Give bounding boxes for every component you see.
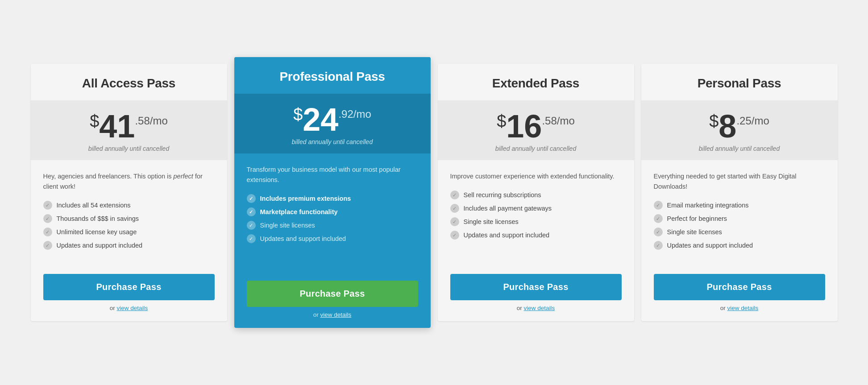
feature-item-extended-0: ✓Sell recurring subscriptions <box>450 190 622 199</box>
feature-item-professional-2: ✓Single site licenses <box>247 221 418 230</box>
check-icon-professional-0: ✓ <box>247 194 256 203</box>
feature-item-all-access-1: ✓Thousands of $$$ in savings <box>43 214 215 223</box>
price-dollar-all-access: $ <box>90 112 99 129</box>
check-icon-extended-1: ✓ <box>450 204 459 213</box>
price-billed-professional: billed annually until cancelled <box>248 138 417 145</box>
plan-description-all-access: Hey, agencies and freelancers. This opti… <box>43 171 215 192</box>
feature-text-all-access-3: Updates and support included <box>57 242 143 249</box>
plan-price-section-extended: $16.58/mobilled annually until cancelled <box>438 100 634 160</box>
plan-header-extended: Extended Pass <box>438 64 634 100</box>
check-icon-extended-2: ✓ <box>450 217 459 226</box>
view-details-personal: or view details <box>654 305 825 311</box>
price-billed-extended: billed annually until cancelled <box>451 145 621 152</box>
check-icon-personal-2: ✓ <box>654 228 663 236</box>
features-list-professional: ✓Includes premium extensions✓Marketplace… <box>247 194 418 261</box>
purchase-button-extended[interactable]: Purchase Pass <box>450 274 622 300</box>
check-icon-all-access-0: ✓ <box>43 201 52 210</box>
feature-text-personal-1: Perfect for beginners <box>667 215 727 222</box>
plan-name-extended: Extended Pass <box>451 76 621 91</box>
check-icon-all-access-1: ✓ <box>43 214 52 223</box>
feature-item-professional-1: ✓Marketplace functionality <box>247 207 418 216</box>
plan-body-personal: Everything needed to get started with Ea… <box>641 160 838 274</box>
plan-name-professional: Professional Pass <box>248 70 417 84</box>
features-list-personal: ✓Email marketing integrations✓Perfect fo… <box>654 201 825 254</box>
plan-description-professional: Transform your business model with our m… <box>247 165 418 185</box>
plan-header-personal: Personal Pass <box>641 64 838 100</box>
feature-item-extended-3: ✓Updates and support included <box>450 231 622 240</box>
price-billed-personal: billed annually until cancelled <box>655 145 824 152</box>
plan-name-all-access: All Access Pass <box>44 76 214 91</box>
price-amount-all-access: 41 <box>99 110 135 142</box>
features-list-all-access: ✓Includes all 54 extensions✓Thousands of… <box>43 201 215 254</box>
feature-text-all-access-2: Unlimited license key usage <box>57 228 137 236</box>
feature-text-professional-2: Single site licenses <box>260 222 315 229</box>
check-icon-professional-1: ✓ <box>247 207 256 216</box>
plan-price-section-all-access: $41.58/mobilled annually until cancelled <box>31 100 227 160</box>
feature-text-professional-0: Includes premium extensions <box>260 195 351 202</box>
price-billed-all-access: billed annually until cancelled <box>44 145 214 152</box>
feature-text-all-access-1: Thousands of $$$ in savings <box>57 215 139 222</box>
plan-description-extended: Improve customer experience with extende… <box>450 171 622 182</box>
feature-item-extended-2: ✓Single site licenses <box>450 217 622 226</box>
plan-price-section-professional: $24.92/mobilled annually until cancelled <box>234 94 431 153</box>
plan-header-professional: Professional Pass <box>234 57 431 94</box>
plan-card-personal: Personal Pass$8.25/mobilled annually unt… <box>641 64 838 321</box>
price-amount-extended: 16 <box>506 110 542 142</box>
feature-item-all-access-0: ✓Includes all 54 extensions <box>43 201 215 210</box>
plan-name-personal: Personal Pass <box>655 76 824 91</box>
plan-body-extended: Improve customer experience with extende… <box>438 160 634 274</box>
purchase-button-personal[interactable]: Purchase Pass <box>654 274 825 300</box>
price-decimal-extended: .58/mo <box>542 116 574 126</box>
view-details-link-professional[interactable]: view details <box>320 311 351 318</box>
plan-card-professional: Professional Pass$24.92/mobilled annuall… <box>234 57 431 328</box>
price-decimal-personal: .25/mo <box>736 116 769 126</box>
view-details-all-access: or view details <box>43 305 215 311</box>
feature-item-professional-3: ✓Updates and support included <box>247 234 418 243</box>
feature-text-all-access-0: Includes all 54 extensions <box>57 202 131 209</box>
feature-text-personal-0: Email marketing integrations <box>667 202 749 209</box>
plan-footer-professional: Purchase Passor view details <box>234 281 431 328</box>
purchase-button-professional[interactable]: Purchase Pass <box>247 281 418 307</box>
feature-item-personal-3: ✓Updates and support included <box>654 241 825 250</box>
check-icon-extended-0: ✓ <box>450 190 459 199</box>
feature-text-extended-2: Single site licenses <box>464 218 519 225</box>
view-details-link-personal[interactable]: view details <box>727 305 758 311</box>
check-icon-personal-0: ✓ <box>654 201 663 210</box>
plan-price-section-personal: $8.25/mobilled annually until cancelled <box>641 100 838 160</box>
view-details-link-all-access[interactable]: view details <box>116 305 148 311</box>
plan-body-all-access: Hey, agencies and freelancers. This opti… <box>31 160 227 274</box>
features-list-extended: ✓Sell recurring subscriptions✓Includes a… <box>450 190 622 254</box>
check-icon-personal-3: ✓ <box>654 241 663 250</box>
feature-item-personal-1: ✓Perfect for beginners <box>654 214 825 223</box>
feature-item-personal-0: ✓Email marketing integrations <box>654 201 825 210</box>
feature-item-professional-0: ✓Includes premium extensions <box>247 194 418 203</box>
feature-item-personal-2: ✓Single site licenses <box>654 228 825 236</box>
feature-text-personal-3: Updates and support included <box>667 242 753 249</box>
plan-footer-all-access: Purchase Passor view details <box>31 274 227 321</box>
view-details-professional: or view details <box>247 311 418 318</box>
plan-footer-extended: Purchase Passor view details <box>438 274 634 321</box>
feature-text-professional-1: Marketplace functionality <box>260 208 338 215</box>
view-details-link-extended[interactable]: view details <box>523 305 555 311</box>
price-decimal-professional: .92/mo <box>338 109 371 120</box>
check-icon-all-access-3: ✓ <box>43 241 52 250</box>
feature-text-extended-1: Includes all payment gateways <box>464 205 552 212</box>
price-dollar-extended: $ <box>497 112 506 129</box>
check-icon-extended-3: ✓ <box>450 231 459 240</box>
feature-item-all-access-3: ✓Updates and support included <box>43 241 215 250</box>
feature-text-extended-3: Updates and support included <box>464 232 550 239</box>
feature-item-all-access-2: ✓Unlimited license key usage <box>43 228 215 236</box>
check-icon-professional-3: ✓ <box>247 234 256 243</box>
check-icon-personal-1: ✓ <box>654 214 663 223</box>
plan-footer-personal: Purchase Passor view details <box>641 274 838 321</box>
feature-text-extended-0: Sell recurring subscriptions <box>464 191 541 199</box>
feature-text-professional-3: Updates and support included <box>260 235 346 242</box>
price-amount-professional: 24 <box>303 103 338 136</box>
plan-header-all-access: All Access Pass <box>31 64 227 100</box>
purchase-button-all-access[interactable]: Purchase Pass <box>43 274 215 300</box>
pricing-grid: All Access Pass$41.58/mobilled annually … <box>9 59 859 326</box>
plan-description-personal: Everything needed to get started with Ea… <box>654 171 825 192</box>
price-amount-personal: 8 <box>718 110 736 142</box>
check-icon-professional-2: ✓ <box>247 221 256 230</box>
price-dollar-professional: $ <box>293 106 303 123</box>
